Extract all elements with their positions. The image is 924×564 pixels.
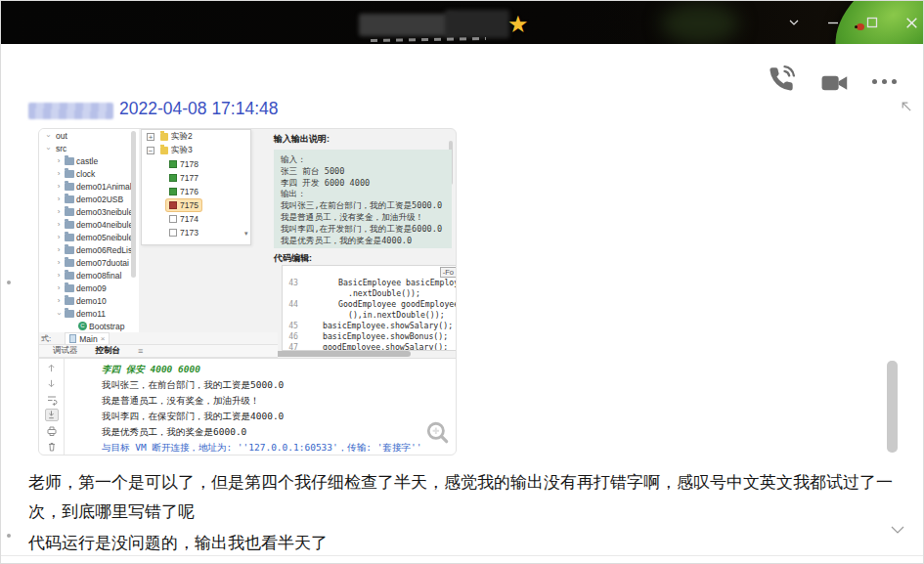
submission-row[interactable]: + 实验2 (142, 130, 250, 144)
submission-row[interactable]: − 实验3 (142, 144, 250, 157)
soft-wrap-icon[interactable] (45, 393, 59, 406)
submission-row[interactable]: 7174 (142, 212, 250, 226)
trash-icon[interactable] (45, 440, 59, 453)
zoom-in-icon[interactable] (425, 420, 451, 450)
tree-item-label: demo09 (76, 283, 107, 293)
tree-item[interactable]: demo10 (39, 294, 139, 307)
chevron-down-button[interactable] (786, 15, 802, 30)
tree-item[interactable]: demo04neibule (39, 218, 139, 231)
screenshot-attachment[interactable]: out src castle clock (38, 128, 457, 456)
tree-item[interactable]: demo01Animal (39, 180, 139, 193)
submission-row[interactable]: 7178 (142, 157, 250, 171)
tree-item[interactable]: demo05neibule (39, 231, 139, 243)
folder-icon (65, 310, 74, 318)
chevron-icon (44, 145, 52, 152)
status-icon (169, 215, 177, 223)
tree-item-label: castle (76, 156, 98, 166)
code-line: 46 basicEmployee.showBonus(); (283, 331, 457, 342)
tree-item[interactable]: demo09 (39, 282, 139, 294)
chat-scrollbar[interactable] (887, 361, 898, 453)
scroll-up-icon[interactable] (45, 362, 59, 374)
leaf-blur (661, 3, 739, 44)
video-call-button[interactable] (820, 72, 850, 97)
folder-icon (65, 246, 74, 254)
tree-item[interactable]: demo02USB (39, 193, 139, 205)
line-number: 44 (283, 299, 298, 310)
scroll-down-arrow-icon[interactable] (45, 377, 59, 390)
tree-item[interactable]: out (39, 129, 139, 142)
tree-item[interactable]: demo07duotai (39, 256, 139, 269)
console-toolbar (39, 359, 65, 456)
code-segment: .nextDouble()); (348, 288, 420, 298)
tree-item[interactable]: demo08final (39, 269, 139, 282)
tree-item-label: demo03neibule (76, 207, 133, 217)
tree-item-label: demo10 (76, 296, 107, 306)
tree-item-label: demo11 (76, 309, 106, 319)
tree-item-label: demo02USB (76, 195, 123, 204)
chevron-icon (55, 297, 63, 305)
folder-icon (65, 272, 74, 280)
status-icon (169, 201, 177, 209)
chevron-icon (55, 284, 63, 292)
tab-main[interactable]: Main × (65, 332, 110, 344)
tree-item-label: demo08final (76, 271, 121, 281)
tab-close-icon[interactable]: × (101, 334, 106, 343)
status-icon (169, 174, 177, 182)
tree-item[interactable]: clock (39, 167, 139, 180)
chevron-icon (55, 183, 63, 191)
code-line: .nextDouble()); (283, 288, 457, 299)
tab-debugger[interactable]: 调试器 (53, 345, 78, 357)
tab-console[interactable]: 控制台 (96, 345, 121, 357)
more-button[interactable] (872, 79, 897, 84)
print-icon[interactable] (45, 424, 59, 437)
io-line: 输出： (281, 189, 452, 200)
io-panel: 输入：张三 前台 5000李四 开发 6000 4000输出：我叫张三,在前台部… (274, 150, 452, 248)
chevron-icon (55, 246, 63, 254)
message-timestamp: 2022-04-08 17:14:48 (119, 99, 279, 119)
line-number: 43 (283, 278, 298, 288)
submission-label: 7177 (180, 173, 198, 183)
code-line: 45 basicEmployee.showSalary(); (283, 321, 457, 331)
line-number (283, 310, 298, 321)
collapse-arrow-icon[interactable] (899, 99, 913, 116)
tree-scrollbar[interactable] (131, 131, 136, 278)
io-line: 我叫张三,在前台部门，我的工资是5000.0 (281, 200, 452, 212)
submission-row[interactable]: 7173 (142, 226, 250, 239)
tree-item[interactable]: demo06RedList (39, 243, 139, 256)
minimize-button[interactable] (825, 15, 841, 30)
tree-item[interactable]: demo03neibule (39, 205, 139, 218)
submission-row[interactable]: 7176 (142, 185, 250, 198)
submission-row[interactable]: 7175 (142, 198, 250, 212)
tree-item-label: demo01Animal (76, 182, 132, 192)
chevron-icon (55, 195, 63, 203)
tree-item[interactable]: demo11 (39, 307, 139, 320)
scroll-to-end-icon[interactable] (45, 409, 59, 421)
scroll-to-bottom-icon[interactable] (889, 523, 906, 540)
tree-item-label: clock (76, 169, 95, 179)
tree-item[interactable]: Bootstrap (39, 320, 139, 332)
chat-message: 代码运行是没问题的，输出我也看半天了 (28, 529, 916, 558)
io-line: 我叫李四,在开发部门，我的工资是6000.0 (281, 224, 452, 236)
submission-label: 实验3 (171, 145, 193, 156)
menu-icon[interactable]: ≡ (138, 346, 143, 356)
chat-message: 老师，第一个是可以了，但是第四个我仔细检查了半天，感觉我的输出没有再打错字啊，感… (28, 468, 916, 527)
code-line: 44 GoodEmployee goodEmployee=new (283, 299, 457, 310)
io-line: 李四 开发 6000 4000 (281, 178, 452, 190)
submission-row[interactable]: 7177 (142, 171, 250, 185)
folder-icon (65, 170, 74, 178)
submission-label-wrap: 7175 (166, 199, 201, 211)
code-segment: basicEmployee.showSalary(); (323, 321, 453, 330)
expander-icon: + (147, 133, 154, 141)
submission-label-wrap: 7174 (166, 213, 201, 225)
line-number (283, 288, 298, 299)
io-panel-title: 输入输出说明: (274, 133, 330, 146)
maximize-button[interactable] (864, 15, 880, 30)
tree-item[interactable]: src (39, 142, 139, 154)
voice-call-button[interactable] (768, 65, 795, 96)
submission-label: 7174 (180, 214, 198, 224)
chat-window: ★ 2 (0, 0, 924, 564)
console-panel: 李四 保安 4000 6000 我叫张三，在前台部门，我的工资是5000.0我是… (39, 358, 457, 456)
close-button[interactable] (903, 15, 919, 30)
tree-item[interactable]: castle (39, 154, 139, 167)
folder-icon (65, 297, 74, 305)
